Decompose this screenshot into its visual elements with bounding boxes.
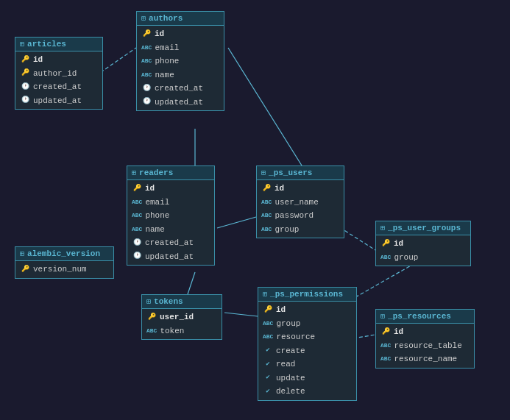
table-ps-resources-name: _ps_resources — [388, 312, 451, 321]
pk-icon: 🔑 — [141, 29, 152, 40]
check-icon: ✔ — [263, 346, 273, 356]
abc-icon: ABC — [132, 225, 142, 234]
check-icon: ✔ — [263, 373, 273, 383]
table-row: 🔑 id — [257, 182, 344, 196]
field-name: version_num — [33, 263, 87, 276]
table-alembic-version-name: alembic_version — [27, 249, 100, 258]
table-row: ABC phone — [137, 54, 224, 68]
table-readers-rows: 🔑 id ABC email ABC phone ABC name 🕐 crea… — [127, 180, 214, 265]
table-row: ABC user_name — [257, 196, 344, 210]
table-icon: ⊞ — [261, 168, 266, 177]
table-row: ABC email — [127, 196, 214, 210]
table-row: ABC group — [257, 223, 344, 237]
abc-icon: ABC — [141, 71, 152, 79]
table-articles-rows: 🔑 id 🔑 author_id 🕐 created_at 🕐 updated_… — [15, 51, 102, 109]
field-name: resource_table — [394, 340, 461, 352]
table-row: 🔑 id — [15, 53, 102, 67]
field-name: updated_at — [155, 96, 203, 109]
table-row: 🔑 version_num — [15, 263, 113, 277]
field-name: token — [160, 325, 184, 338]
field-name: author_id — [33, 68, 77, 80]
table-row: 🕐 created_at — [15, 80, 102, 94]
field-name: id — [155, 28, 164, 40]
table-readers[interactable]: ⊞ readers 🔑 id ABC email ABC phone ABC n… — [127, 165, 215, 266]
table-icon: ⊞ — [20, 40, 24, 49]
table-row: ABC email — [137, 41, 224, 55]
table-ps-resources-header: ⊞ _ps_resources — [376, 310, 474, 324]
table-icon: ⊞ — [380, 224, 385, 232]
check-icon: ✔ — [263, 387, 273, 397]
svg-line-5 — [188, 272, 195, 294]
table-ps-user-groups[interactable]: ⊞ _ps_user_groups 🔑 id ABC group — [375, 221, 471, 266]
table-row: 🕐 created_at — [127, 236, 214, 250]
table-row: 🕐 created_at — [137, 82, 224, 96]
field-name: phone — [155, 55, 179, 68]
table-ps-permissions-name: _ps_permissions — [270, 290, 343, 299]
field-name: name — [155, 69, 174, 82]
table-icon: ⊞ — [141, 14, 146, 23]
svg-line-6 — [224, 313, 258, 316]
pk-icon: 🔑 — [263, 305, 273, 316]
field-name: updated_at — [145, 251, 194, 263]
table-row: ABC resource — [258, 330, 356, 344]
check-icon: ✔ — [263, 360, 273, 370]
clock-icon: 🕐 — [20, 96, 30, 106]
abc-icon: ABC — [141, 57, 152, 65]
field-name: delete — [276, 385, 305, 398]
clock-icon: 🕐 — [141, 97, 152, 107]
abc-icon: ABC — [380, 341, 391, 350]
table-tokens-rows: 🔑 user_id ABC token — [142, 309, 222, 339]
abc-icon: ABC — [141, 43, 152, 52]
table-icon: ⊞ — [132, 168, 136, 177]
field-name: create — [276, 345, 305, 357]
table-alembic-version-rows: 🔑 version_num — [15, 261, 113, 278]
field-name: phone — [145, 210, 169, 222]
abc-icon: ABC — [261, 211, 272, 220]
table-row: ABC group — [376, 251, 470, 265]
svg-line-3 — [217, 217, 256, 228]
table-alembic-version[interactable]: ⊞ alembic_version 🔑 version_num — [15, 246, 114, 279]
table-ps-permissions[interactable]: ⊞ _ps_permissions 🔑 id ABC group ABC res… — [258, 287, 357, 401]
pk-icon: 🔑 — [380, 239, 391, 249]
table-row: ABC resource_table — [376, 339, 474, 353]
clock-icon: 🕐 — [132, 252, 142, 262]
table-tokens[interactable]: ⊞ tokens 🔑 user_id ABC token — [141, 294, 222, 340]
table-row: 🕐 updated_at — [137, 96, 224, 110]
field-name: id — [145, 182, 155, 195]
table-articles-name: articles — [27, 40, 66, 49]
table-authors[interactable]: ⊞ authors 🔑 id ABC email ABC phone ABC n… — [136, 11, 224, 111]
table-readers-header: ⊞ readers — [127, 166, 214, 180]
table-row: ✔ delete — [258, 385, 356, 399]
table-row: 🔑 id — [376, 237, 470, 251]
table-row: 🕐 updated_at — [15, 94, 102, 108]
field-name: id — [394, 326, 403, 338]
field-name: id — [394, 238, 403, 250]
table-ps-permissions-header: ⊞ _ps_permissions — [258, 288, 356, 302]
abc-icon: ABC — [380, 253, 391, 262]
pk-icon: 🔑 — [132, 184, 142, 194]
table-row: ABC resource_name — [376, 352, 474, 366]
table-ps-resources[interactable]: ⊞ _ps_resources 🔑 id ABC resource_table … — [375, 309, 475, 369]
clock-icon: 🕐 — [20, 82, 30, 93]
table-icon: ⊞ — [146, 297, 151, 306]
table-icon: ⊞ — [20, 249, 24, 258]
table-articles[interactable]: ⊞ articles 🔑 id 🔑 author_id 🕐 created_at… — [15, 37, 103, 110]
field-name: email — [155, 42, 179, 54]
table-ps-users[interactable]: ⊞ _ps_users 🔑 id ABC user_name ABC passw… — [256, 165, 344, 238]
field-name: updated_at — [33, 95, 82, 107]
field-name: name — [145, 224, 164, 236]
table-tokens-header: ⊞ tokens — [142, 295, 222, 309]
table-row: ✔ create — [258, 344, 356, 358]
field-name: created_at — [33, 81, 82, 93]
field-name: id — [276, 304, 286, 316]
table-icon: ⊞ — [380, 312, 385, 321]
clock-icon: 🕐 — [141, 84, 152, 94]
table-row: 🔑 author_id — [15, 67, 102, 81]
abc-icon: ABC — [263, 332, 273, 341]
table-ps-users-name: _ps_users — [269, 168, 312, 177]
clock-icon: 🕐 — [132, 238, 142, 249]
table-ps-user-groups-header: ⊞ _ps_user_groups — [376, 221, 470, 235]
abc-icon: ABC — [263, 319, 273, 328]
fk-icon: 🔑 — [20, 265, 30, 275]
abc-icon: ABC — [146, 327, 157, 335]
